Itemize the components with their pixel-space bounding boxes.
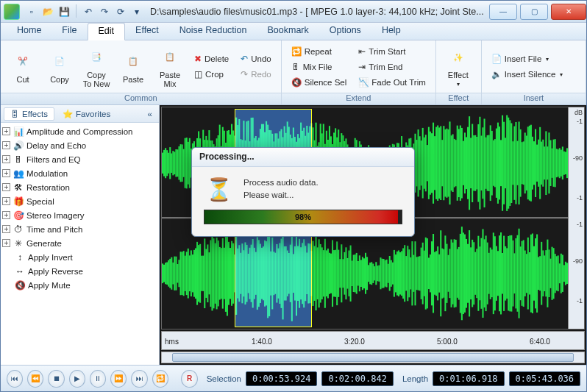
insert-silence-button[interactable]: 🔈Insert Silence▾ [486,67,569,82]
panel-collapse-button[interactable]: « [144,107,156,121]
tree-item-apply-reverse[interactable]: ↔Apply Reverse [1,264,159,278]
svg-rect-531 [552,246,553,299]
svg-rect-12 [178,146,179,180]
copy-button[interactable]: 📄Copy [42,43,77,91]
expand-icon[interactable]: + [2,225,10,233]
horizontal-scrollbar[interactable] [161,352,585,363]
qat-new-icon[interactable]: ▫ [24,4,39,19]
menu-options[interactable]: Options [319,23,371,40]
svg-rect-399 [353,254,355,292]
tree-item-generate[interactable]: +✳Generate [1,236,159,250]
tree-item-modulation[interactable]: +👥Modulation [1,166,159,180]
svg-rect-293 [193,249,195,296]
qat-dropdown-icon[interactable]: ▾ [129,4,144,19]
svg-rect-265 [559,148,561,178]
go-start-button[interactable]: ⏮ [7,370,23,388]
qat-open-icon[interactable]: 📂 [40,4,55,19]
tree-item-apply-invert[interactable]: ↕Apply Invert [1,250,159,264]
menu-bookmark[interactable]: Bookmark [257,23,319,40]
cut-button[interactable]: ✂️Cut [5,43,40,91]
effects-tree[interactable]: +📊Amplitude and Compression+🔊Delay and E… [1,123,159,365]
menu-file[interactable]: File [51,23,87,40]
tab-favorites[interactable]: ⭐Favorites [56,107,117,121]
expand-icon[interactable]: + [2,211,10,219]
selection-label: Selection [207,374,241,383]
svg-rect-182 [434,136,435,190]
tab-effects[interactable]: 🎛Effects [4,107,54,121]
tree-item-special[interactable]: +🎁Special [1,194,159,208]
svg-rect-443 [419,256,421,291]
tree-item-apply-mute[interactable]: 🔇Apply Mute [1,278,159,292]
tree-item-delay-and-echo[interactable]: +🔊Delay and Echo [1,138,159,152]
expand-icon[interactable]: + [2,197,10,205]
svg-rect-10 [175,149,177,177]
qat-redo-icon[interactable]: ↷ [97,4,112,19]
tree-item-time-and-pitch[interactable]: +⏱Time and Pitch [1,222,159,236]
tree-item-label: Stereo Imagery [26,211,85,220]
svg-rect-416 [378,265,380,281]
trim-start-button[interactable]: ⇤Trim Start [353,43,431,59]
clipboard-mix-icon: 📋 [158,46,182,69]
qat-save-icon[interactable]: 💾 [57,4,71,19]
rewind-button[interactable]: ⏪ [27,370,43,388]
silence-sel-button[interactable]: 🔇Silence Sel [286,74,352,90]
effect-button[interactable]: ✨Effect▾ [441,43,476,91]
delete-button[interactable]: ✖Delete [189,51,234,67]
minimize-button[interactable]: — [489,4,517,20]
fade-out-trim-button[interactable]: 📉Fade Out Trim [353,74,431,90]
svg-rect-518 [532,233,533,313]
expand-icon[interactable]: + [2,239,10,247]
ribbon-group-insert: Insert [482,93,586,104]
svg-rect-524 [541,241,542,304]
redo-button[interactable]: ↷Redo [235,67,277,82]
tree-item-restoration[interactable]: +🛠Restoration [1,180,159,194]
go-end-button[interactable]: ⏭ [131,370,147,388]
record-button[interactable]: R [181,370,197,388]
svg-rect-8 [172,151,174,175]
svg-rect-303 [208,252,210,294]
time-ruler[interactable]: hms 1:40.0 3:20.0 5:00.0 6:40.0 [161,331,585,350]
tree-item-amplitude-and-compression[interactable]: +📊Amplitude and Compression [1,124,159,138]
trim-end-button[interactable]: ⇥Trim End [353,59,431,74]
svg-rect-247 [532,137,533,190]
svg-rect-181 [433,123,434,204]
close-button[interactable]: ✕ [551,4,586,20]
menu-edit[interactable]: Edit [88,23,126,40]
svg-rect-417 [380,257,381,289]
expand-icon[interactable]: + [2,155,10,163]
pause-button[interactable]: ⏸ [90,370,106,388]
crop-button[interactable]: ◫Crop [189,67,234,82]
scrollbar-thumb[interactable] [172,353,574,362]
menu-home[interactable]: Home [7,23,51,40]
repeat-button[interactable]: 🔁Repeat [286,43,352,59]
qat-refresh-icon[interactable]: ⟳ [113,4,128,19]
svg-rect-476 [469,230,470,316]
paste-mix-button[interactable]: 📋Paste Mix [152,43,188,91]
tree-item-filters-and-eq[interactable]: +🎚Filters and EQ [1,152,159,166]
play-button[interactable]: ▶ [69,370,85,388]
tree-item-stereo-imagery[interactable]: +🎯Stereo Imagery [1,208,159,222]
svg-rect-413 [374,266,375,280]
menu-noise-reduction[interactable]: Noise Reduction [169,23,257,40]
expand-icon[interactable]: + [2,141,10,149]
menu-effect[interactable]: Effect [125,23,169,40]
mix-file-button[interactable]: 🎚Mix File [286,59,352,74]
paste-button[interactable]: 📋Paste [115,43,151,91]
expand-icon[interactable]: + [2,169,10,177]
menu-help[interactable]: Help [371,23,411,40]
maximize-button[interactable]: ▢ [520,4,548,20]
svg-rect-251 [538,140,539,187]
insert-file-button[interactable]: 📄Insert File▾ [486,51,569,67]
svg-rect-460 [444,235,446,311]
svg-rect-513 [524,250,526,296]
forward-button[interactable]: ⏩ [110,370,127,388]
copy-to-new-button[interactable]: 📑Copy To New [79,43,114,91]
qat-undo-icon[interactable]: ↶ [81,4,96,19]
expand-icon[interactable]: + [2,183,10,191]
stop-button[interactable]: ⏹ [48,370,64,388]
undo-button[interactable]: ↶Undo [235,51,277,67]
svg-rect-215 [484,118,485,207]
svg-rect-498 [502,252,503,293]
expand-icon[interactable]: + [2,127,10,135]
loop-button[interactable]: 🔁 [152,370,168,388]
